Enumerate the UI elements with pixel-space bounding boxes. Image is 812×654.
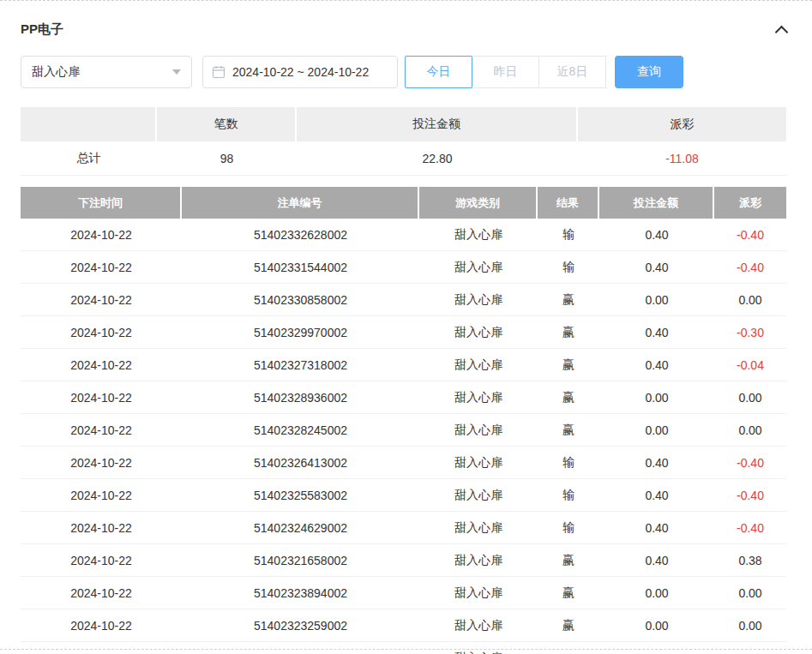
cell-game: 甜入心扉	[419, 642, 538, 654]
bottom-dashed-divider	[0, 649, 812, 650]
cell-order_id: 51402321658002	[182, 544, 419, 576]
cell-payout: -0.40	[714, 447, 786, 478]
cell-game: 甜入心扉	[419, 219, 538, 250]
cell-game: 甜入心扉	[419, 577, 538, 609]
cell-order_id: 51402323259002	[182, 609, 419, 641]
table-row: 2024-10-2251402323259002甜入心扉赢0.000.00	[21, 609, 786, 642]
table-row: 2024-10-2251402325583002甜入心扉输0.40-0.40	[21, 479, 786, 512]
cell-result: 赢	[538, 381, 599, 413]
cell-payout	[714, 642, 786, 654]
table-row: 2024-10-2251402323894002甜入心扉赢0.000.00	[21, 577, 786, 609]
query-button[interactable]: 查询	[615, 56, 683, 88]
cell-result: 输	[538, 512, 599, 543]
summary-total-row: 总计 98 22.80 -11.08	[21, 141, 786, 176]
table-row: 2024-10-2251402329970002甜入心扉赢0.40-0.30	[21, 316, 786, 349]
date-range-picker[interactable]: 2024-10-22 ~ 2024-10-22	[202, 56, 398, 88]
summary-count: 98	[157, 141, 297, 175]
cell-result: 赢	[538, 414, 599, 446]
summary-header-cell	[21, 107, 157, 141]
cell-payout: -0.40	[714, 512, 786, 543]
cell-order_id: 51402325583002	[182, 479, 419, 511]
cell-payout: 0.00	[714, 381, 786, 413]
cell-game: 甜入心扉	[419, 349, 538, 381]
cell-result: 输	[538, 479, 599, 511]
cell-date: 2024-10-22	[21, 642, 182, 654]
bets-table-body: 2024-10-2251402332628002甜入心扉输0.40-0.4020…	[21, 219, 786, 654]
cell-game: 甜入心扉	[419, 251, 538, 283]
table-header-cell: 游戏类别	[419, 187, 538, 219]
summary-header-row: 笔数投注金额派彩	[21, 107, 786, 141]
cell-order_id: 51402324629002	[182, 512, 419, 543]
panel-header: PP电子	[21, 0, 786, 38]
cell-date: 2024-10-22	[21, 447, 182, 478]
cell-result: 输	[538, 219, 599, 250]
cell-bet: 0.40	[599, 316, 714, 348]
cell-bet: 0.00	[599, 381, 714, 413]
table-header-cell: 注单编号	[182, 187, 419, 219]
cell-game: 甜入心扉	[419, 316, 538, 348]
bets-table: 下注时间注单编号游戏类别结果投注金额派彩 2024-10-22514023326…	[21, 187, 786, 654]
cell-payout: -0.30	[714, 316, 786, 348]
cell-date: 2024-10-22	[21, 609, 182, 641]
cell-order_id: 51402332628002	[182, 219, 419, 250]
filter-bar: 甜入心扉 2024-10-22 ~ 2024-10-22 今日昨日近8日 查询	[21, 56, 786, 88]
cell-order_id: 51402329970002	[182, 316, 419, 348]
cell-order_id: 51402331544002	[182, 251, 419, 283]
cell-order_id	[182, 642, 419, 654]
chevron-down-icon	[172, 69, 181, 75]
collapse-chevron-up-icon[interactable]	[775, 25, 789, 39]
cell-order_id: 51402323894002	[182, 577, 419, 609]
quick-filter-last-8-days[interactable]: 近8日	[538, 56, 606, 88]
cell-date: 2024-10-22	[21, 577, 182, 609]
summary-total-label: 总计	[21, 141, 157, 175]
game-select[interactable]: 甜入心扉	[21, 56, 192, 88]
cell-bet: 0.40	[599, 512, 714, 543]
cell-payout: -0.04	[714, 349, 786, 381]
cell-payout: -0.40	[714, 479, 786, 511]
cell-bet: 0.40	[599, 251, 714, 283]
cell-result: 赢	[538, 609, 599, 641]
summary-table: 笔数投注金额派彩 总计 98 22.80 -11.08	[21, 107, 786, 176]
summary-header-cell: 派彩	[578, 107, 786, 141]
table-row: 2024-10-2251402331544002甜入心扉输0.40-0.40	[21, 251, 786, 284]
cell-date: 2024-10-22	[21, 284, 182, 315]
cell-date: 2024-10-22	[21, 479, 182, 511]
cell-date: 2024-10-22	[21, 219, 182, 250]
game-select-value: 甜入心扉	[32, 64, 80, 80]
cell-bet: 0.00	[599, 414, 714, 446]
cell-result: 赢	[538, 284, 599, 315]
table-row: 2024-10-2251402330858002甜入心扉赢0.000.00	[21, 284, 786, 316]
cell-order_id: 51402330858002	[182, 284, 419, 315]
calendar-icon	[212, 65, 226, 79]
cell-order_id: 51402327318002	[182, 349, 419, 381]
table-row: 2024-10-22甜入心扉	[21, 642, 786, 654]
cell-payout: 0.00	[714, 414, 786, 446]
quick-filter-group: 今日昨日近8日	[405, 56, 606, 88]
cell-bet: 0.00	[599, 609, 714, 641]
quick-filter-yesterday[interactable]: 昨日	[472, 56, 539, 88]
report-panel: PP电子 甜入心扉 2024-10-22 ~ 2024-10-22 今日昨日近8…	[0, 0, 812, 654]
panel-title: PP电子	[21, 21, 63, 38]
quick-filter-today[interactable]: 今日	[405, 56, 472, 88]
cell-game: 甜入心扉	[419, 609, 538, 641]
cell-bet: 0.40	[599, 479, 714, 511]
cell-payout: 0.00	[714, 609, 786, 641]
bets-table-header-row: 下注时间注单编号游戏类别结果投注金额派彩	[21, 187, 786, 219]
cell-payout: -0.40	[714, 251, 786, 283]
cell-result: 输	[538, 251, 599, 283]
date-range-value: 2024-10-22 ~ 2024-10-22	[232, 65, 369, 79]
cell-bet: 0.00	[599, 284, 714, 315]
cell-result: 赢	[538, 349, 599, 381]
cell-game: 甜入心扉	[419, 512, 538, 543]
cell-bet: 0.40	[599, 544, 714, 576]
cell-payout: 0.38	[714, 544, 786, 576]
cell-date: 2024-10-22	[21, 544, 182, 576]
table-header-cell: 派彩	[714, 187, 786, 219]
cell-bet: 0.40	[599, 349, 714, 381]
table-header-cell: 结果	[538, 187, 599, 219]
table-row: 2024-10-2251402326413002甜入心扉输0.40-0.40	[21, 447, 786, 479]
cell-date: 2024-10-22	[21, 316, 182, 348]
table-row: 2024-10-2251402324629002甜入心扉输0.40-0.40	[21, 512, 786, 544]
summary-header-cell: 投注金额	[297, 107, 578, 141]
cell-order_id: 51402328245002	[182, 414, 419, 446]
